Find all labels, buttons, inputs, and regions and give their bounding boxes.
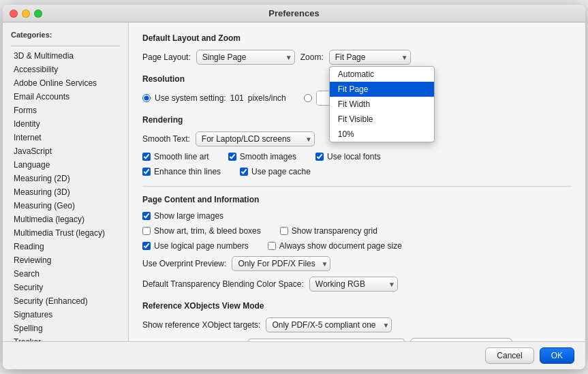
layout-row: Page Layout: Single Page Two-Up Continuo… (142, 50, 572, 65)
zoom-option-10pct[interactable]: 10% (330, 127, 434, 142)
page-layout-label: Page Layout: (142, 52, 191, 62)
zoom-option-fitwidth[interactable]: Fit Width (330, 97, 434, 112)
smooth-images-label: Smooth images (240, 152, 296, 161)
overprint-label: Use Overprint Preview: (142, 259, 226, 268)
show-art-trim-checkbox[interactable] (142, 227, 151, 235)
sidebar-item-tracker[interactable]: Tracker (5, 335, 125, 341)
show-large-images-label: Show large images (154, 211, 223, 221)
sidebar-item-internet[interactable]: Internet (5, 131, 125, 144)
transparency-select[interactable]: Working RGB Working CMYK (309, 277, 398, 292)
smooth-images-group: Smooth images (228, 152, 296, 161)
sidebar-item-javascript[interactable]: JavaScript (5, 144, 125, 158)
use-local-fonts-group: Use local fonts (315, 152, 381, 161)
sidebar-item-search[interactable]: Search (5, 267, 125, 281)
zoom-dropdown: Automatic Fit Page Fit Width Fit Visible… (329, 66, 435, 142)
show-art-trim-group: Show art, trim, & bleed boxes (142, 226, 261, 236)
use-local-fonts-label: Use local fonts (327, 152, 381, 161)
show-transparency-grid-group: Show transparency grid (280, 226, 377, 236)
show-large-images-checkbox[interactable] (142, 212, 151, 220)
use-page-cache-checkbox[interactable] (240, 168, 248, 176)
show-reference-row: Show reference XObject targets: Only PDF… (142, 317, 572, 332)
maximize-button[interactable] (34, 10, 42, 18)
smooth-line-art-checkbox[interactable] (142, 153, 151, 161)
show-reference-select-wrapper: Only PDF/X-5 compliant ones Always Never… (266, 317, 392, 332)
sidebar-item-measuring-3d[interactable]: Measuring (3D) (5, 185, 125, 199)
page-layout-select-wrapper: Single Page Two-Up Continuous ▼ (196, 50, 295, 65)
sidebar: Categories: 3D & Multimedia Accessibilit… (3, 22, 129, 341)
page-content-row3: Use logical page numbers Always show doc… (142, 241, 572, 251)
browse-button[interactable]: Browse for Location... (410, 338, 512, 341)
always-show-document-size-group: Always show document page size (268, 241, 402, 251)
resolution-system-value: 101 (230, 93, 244, 103)
sidebar-item-identity[interactable]: Identity (5, 117, 125, 131)
sidebar-item-spelling[interactable]: Spelling (5, 322, 125, 335)
sidebar-item-reading[interactable]: Reading (5, 240, 125, 253)
minimize-button[interactable] (22, 10, 30, 18)
section-layout: Default Layout and Zoom Page Layout: Sin… (142, 33, 572, 65)
resolution-system-radio[interactable] (142, 94, 151, 102)
resolution-custom-radio[interactable] (304, 94, 312, 102)
sidebar-item-security[interactable]: Security (5, 281, 125, 294)
smooth-text-select[interactable]: For Laptop/LCD screens For Monitor None (196, 131, 315, 146)
transparency-label: Default Transparency Blending Color Spac… (142, 279, 304, 289)
section-page-content: Page Content and Information Show large … (142, 195, 572, 292)
sidebar-item-security-enhanced[interactable]: Security (Enhanced) (5, 294, 125, 308)
page-layout-select[interactable]: Single Page Two-Up Continuous (196, 50, 295, 65)
always-show-document-size-label: Always show document page size (279, 241, 402, 251)
resolution-system-unit: pixels/inch (248, 93, 286, 103)
enhance-thin-lines-label: Enhance thin lines (154, 167, 221, 176)
sidebar-item-measuring-geo[interactable]: Measuring (Geo) (5, 199, 125, 213)
section-xobjects-title: Reference XObjects View Mode (142, 301, 572, 311)
overprint-select[interactable]: Only For PDF/X Files Always Never (232, 256, 330, 271)
ok-button[interactable]: OK (540, 347, 574, 364)
enhance-thin-lines-checkbox[interactable] (142, 168, 151, 176)
transparency-select-wrapper: Working RGB Working CMYK ▼ (309, 277, 398, 292)
sidebar-item-measuring-2d[interactable]: Measuring (2D) (5, 172, 125, 185)
zoom-option-fitvisible[interactable]: Fit Visible (330, 112, 434, 127)
titlebar: Preferences (3, 5, 585, 22)
main-panel: Default Layout and Zoom Page Layout: Sin… (129, 22, 585, 341)
show-reference-label: Show reference XObject targets: (142, 320, 260, 330)
sidebar-item-email-accounts[interactable]: Email Accounts (5, 90, 125, 104)
zoom-label: Zoom: (300, 52, 324, 62)
location-input[interactable] (248, 339, 405, 341)
smooth-text-select-wrapper: For Laptop/LCD screens For Monitor None … (196, 131, 315, 146)
sidebar-item-3d-multimedia[interactable]: 3D & Multimedia (5, 49, 125, 63)
zoom-option-fitpage[interactable]: Fit Page (330, 82, 434, 97)
sidebar-item-forms[interactable]: Forms (5, 104, 125, 117)
section-layout-title: Default Layout and Zoom (142, 33, 572, 43)
sidebar-item-multimedia-trust[interactable]: Multimedia Trust (legacy) (5, 226, 125, 240)
rendering-checkboxes-row1: Smooth line art Smooth images Use local … (142, 152, 572, 161)
section-divider (142, 186, 572, 187)
sidebar-header: Categories: (3, 28, 128, 43)
zoom-select[interactable]: Fit Page Automatic Fit Width Fit Visible… (329, 50, 411, 65)
resolution-system-label: Use system setting: (155, 93, 226, 103)
sidebar-item-multimedia-legacy[interactable]: Multimedia (legacy) (5, 213, 125, 226)
zoom-select-wrapper: Fit Page Automatic Fit Width Fit Visible… (329, 50, 411, 65)
use-logical-page-numbers-label: Use logical page numbers (154, 241, 249, 251)
show-art-trim-label: Show art, trim, & bleed boxes (154, 226, 261, 236)
show-reference-select[interactable]: Only PDF/X-5 compliant ones Always Never (266, 317, 392, 332)
content-area: Categories: 3D & Multimedia Accessibilit… (3, 22, 585, 341)
show-transparency-grid-label: Show transparency grid (292, 226, 377, 236)
sidebar-item-reviewing[interactable]: Reviewing (5, 253, 125, 267)
window-title: Preferences (268, 8, 319, 18)
rendering-checkboxes-row2: Enhance thin lines Use page cache (142, 167, 572, 176)
use-page-cache-group: Use page cache (240, 167, 311, 176)
section-xobjects: Reference XObjects View Mode Show refere… (142, 301, 572, 341)
use-page-cache-label: Use page cache (251, 167, 311, 176)
transparency-row: Default Transparency Blending Color Spac… (142, 277, 572, 292)
overprint-row: Use Overprint Preview: Only For PDF/X Fi… (142, 256, 572, 271)
zoom-option-automatic[interactable]: Automatic (330, 67, 434, 82)
smooth-images-checkbox[interactable] (228, 153, 236, 161)
always-show-document-size-checkbox[interactable] (268, 242, 276, 250)
sidebar-item-language[interactable]: Language (5, 158, 125, 172)
sidebar-item-signatures[interactable]: Signatures (5, 308, 125, 322)
sidebar-item-accessibility[interactable]: Accessibility (5, 63, 125, 76)
show-transparency-grid-checkbox[interactable] (280, 227, 288, 235)
use-local-fonts-checkbox[interactable] (315, 153, 324, 161)
close-button[interactable] (10, 10, 18, 18)
use-logical-page-numbers-checkbox[interactable] (142, 242, 151, 250)
cancel-button[interactable]: Cancel (485, 347, 533, 364)
sidebar-item-adobe-online-services[interactable]: Adobe Online Services (5, 76, 125, 90)
